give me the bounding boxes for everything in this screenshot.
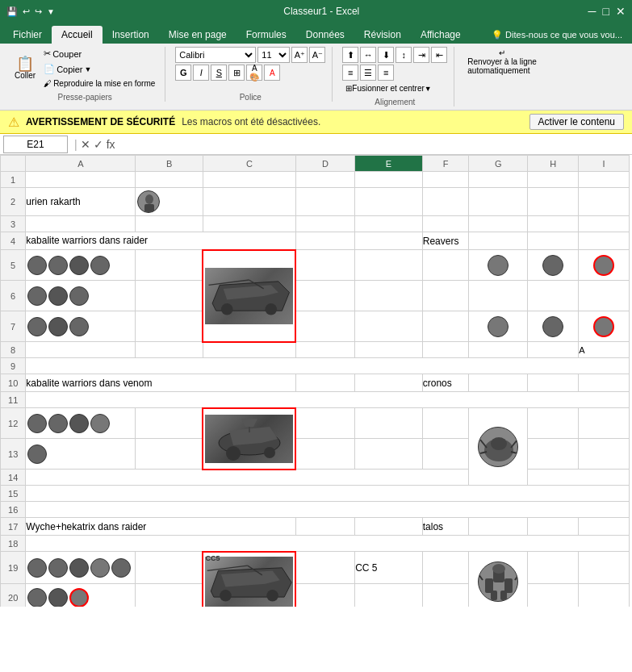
col-header-D[interactable]: D — [295, 156, 354, 172]
merge-dropdown[interactable]: ▼ — [425, 85, 432, 93]
cell-G4[interactable] — [469, 232, 528, 250]
row-header-10[interactable]: 10 — [1, 374, 26, 392]
cell-H12[interactable] — [528, 408, 579, 439]
formula-input[interactable] — [115, 136, 632, 153]
font-size-select[interactable]: 11 — [257, 47, 290, 63]
cell-E10[interactable] — [355, 374, 423, 392]
row-header-20[interactable]: 20 — [1, 584, 26, 607]
couper-button[interactable]: ✂ Couper — [40, 47, 158, 61]
row-header-14[interactable]: 14 — [1, 470, 26, 486]
row-header-13[interactable]: 13 — [1, 439, 26, 470]
cell-H17[interactable] — [528, 518, 579, 536]
cell-C19[interactable]: CC5 — [203, 552, 295, 607]
cell-A3[interactable] — [26, 216, 136, 232]
cell-I3[interactable] — [579, 216, 630, 232]
cell-A15[interactable] — [26, 486, 630, 502]
cell-F4[interactable]: Reavers — [422, 232, 469, 250]
cell-F20[interactable] — [422, 584, 469, 607]
cell-G7[interactable] — [469, 311, 528, 342]
tab-insertion[interactable]: Insertion — [103, 26, 159, 44]
cell-A9[interactable] — [26, 358, 630, 374]
row-header-19[interactable]: 19 — [1, 552, 26, 584]
col-header-I[interactable]: I — [579, 156, 630, 172]
redo-icon[interactable]: ↪ — [35, 6, 42, 17]
cell-A16[interactable] — [26, 502, 630, 518]
row-header-7[interactable]: 7 — [1, 311, 26, 342]
indent-more-button[interactable]: ⇥ — [413, 47, 429, 63]
bold-button[interactable]: G — [175, 65, 191, 81]
cell-C3[interactable] — [203, 216, 295, 232]
cell-G6[interactable] — [469, 281, 528, 311]
cell-F8[interactable] — [422, 342, 469, 358]
underline-button[interactable]: S — [211, 65, 227, 81]
row-header-9[interactable]: 9 — [1, 358, 26, 374]
cell-D13[interactable] — [295, 439, 354, 470]
tab-help[interactable]: 💡 Dites-nous ce que vous vou... — [482, 27, 632, 44]
cell-E6[interactable] — [355, 281, 423, 311]
tab-revision[interactable]: Révision — [354, 26, 411, 44]
align-top-button[interactable]: ⬆ — [342, 47, 358, 63]
cell-F17[interactable]: talos — [422, 518, 469, 536]
cell-D5[interactable] — [295, 250, 354, 281]
cell-F7[interactable] — [422, 311, 469, 342]
tab-accueil[interactable]: Accueil — [52, 26, 103, 44]
save-icon[interactable]: 💾 — [6, 6, 18, 17]
fill-color-button[interactable]: A🎨 — [246, 65, 262, 81]
cell-H6[interactable] — [528, 281, 579, 311]
cell-I20[interactable] — [579, 584, 630, 607]
confirm-formula-icon[interactable]: ✓ — [94, 138, 103, 151]
align-right-button[interactable]: ≡ — [378, 65, 394, 81]
cancel-formula-icon[interactable]: ✕ — [81, 138, 90, 151]
cell-D3[interactable] — [295, 216, 354, 232]
cell-F1[interactable] — [422, 172, 469, 188]
cell-E1[interactable] — [355, 172, 423, 188]
cell-F13[interactable] — [422, 439, 469, 470]
cell-F3[interactable] — [422, 216, 469, 232]
cell-E2[interactable] — [355, 188, 423, 216]
tab-fichier[interactable]: Fichier — [3, 26, 52, 44]
decrease-font-button[interactable]: A⁻ — [309, 47, 325, 63]
cell-D10[interactable] — [295, 374, 354, 392]
cell-H2[interactable] — [528, 188, 579, 216]
cell-I6[interactable] — [579, 281, 630, 311]
cell-H8[interactable] — [528, 342, 579, 358]
cell-H1[interactable] — [528, 172, 579, 188]
cell-I17[interactable] — [579, 518, 630, 536]
font-color-button[interactable]: A — [264, 65, 280, 81]
cell-D4[interactable] — [295, 232, 354, 250]
cell-I4[interactable] — [579, 232, 630, 250]
align-bottom-button[interactable]: ⬇ — [378, 47, 394, 63]
font-family-select[interactable]: Calibri — [175, 47, 256, 63]
cell-I12[interactable] — [579, 408, 630, 439]
cell-F12[interactable] — [422, 408, 469, 439]
cell-I13[interactable] — [579, 439, 630, 470]
tab-donnees[interactable]: Données — [296, 26, 354, 44]
cell-D2[interactable] — [295, 188, 354, 216]
cell-G17[interactable] — [469, 518, 528, 536]
tab-mise-en-page[interactable]: Mise en page — [159, 26, 236, 44]
wrap-text-button[interactable]: ↵ Renvoyer à la ligneautomatiquement — [464, 47, 540, 77]
cell-A8[interactable] — [26, 342, 136, 358]
italic-button[interactable]: I — [193, 65, 209, 81]
title-bar-controls[interactable]: 💾 ↩ ↪ ▼ — [6, 6, 55, 17]
row-header-1[interactable]: 1 — [1, 172, 26, 188]
border-button[interactable]: ⊞ — [228, 65, 245, 81]
col-header-E[interactable]: E — [355, 156, 423, 172]
maximize-icon[interactable]: □ — [603, 5, 609, 18]
cell-D19[interactable] — [295, 552, 354, 584]
cell-A5[interactable] — [26, 250, 136, 281]
cell-A12[interactable] — [26, 408, 136, 439]
col-header-A[interactable]: A — [26, 156, 136, 172]
cell-A6[interactable] — [26, 281, 136, 311]
cell-F5[interactable] — [422, 250, 469, 281]
row-header-6[interactable]: 6 — [1, 281, 26, 311]
cell-E3[interactable] — [355, 216, 423, 232]
cell-B6[interactable] — [136, 281, 203, 311]
undo-icon[interactable]: ↩ — [23, 6, 30, 17]
window-controls[interactable]: ─ □ ✕ — [588, 5, 626, 18]
cell-E7[interactable] — [355, 311, 423, 342]
col-header-H[interactable]: H — [528, 156, 579, 172]
row-header-15[interactable]: 15 — [1, 486, 26, 502]
cell-E19[interactable]: CC 5 — [355, 552, 423, 584]
cell-E13[interactable] — [355, 439, 423, 470]
